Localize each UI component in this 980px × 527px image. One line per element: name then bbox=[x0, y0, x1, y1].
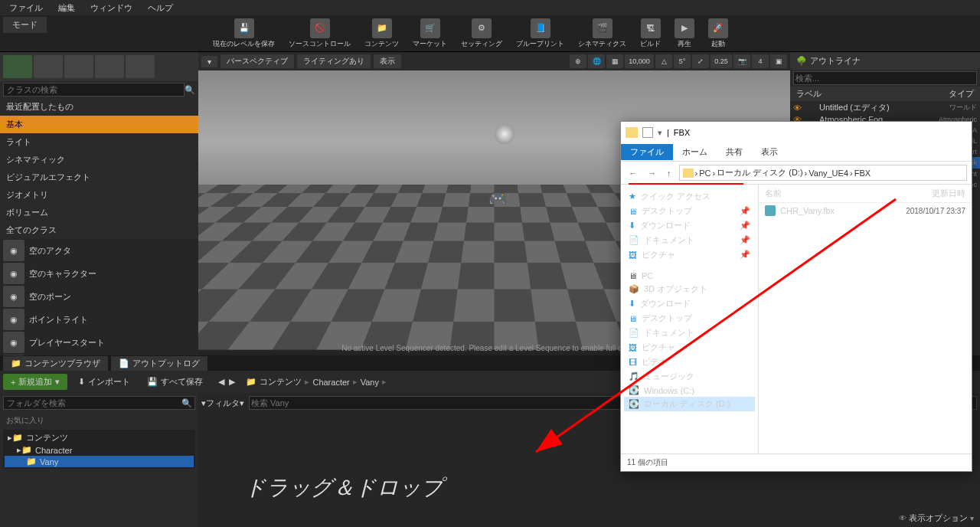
menu-window[interactable]: ウィンドウ bbox=[84, 1, 139, 15]
cat-vfx[interactable]: ビジュアルエフェクト bbox=[0, 169, 198, 186]
mode-panel-tab[interactable]: モード bbox=[3, 17, 47, 33]
ribbon-home[interactable]: ホーム bbox=[673, 144, 717, 160]
actor-item[interactable]: ◉空のキャラクター bbox=[0, 262, 198, 285]
camera-speed-icon[interactable]: 📷 bbox=[733, 54, 750, 68]
outliner-col-label[interactable]: ラベル bbox=[796, 88, 949, 100]
paint-mode-icon[interactable] bbox=[34, 55, 63, 78]
nav-pc[interactable]: 🖥PC bbox=[624, 270, 755, 282]
menu-file[interactable]: ファイル bbox=[3, 1, 49, 15]
camera-speed-value[interactable]: 4 bbox=[752, 54, 769, 68]
class-search-input[interactable] bbox=[3, 83, 185, 97]
checkbox-icon[interactable] bbox=[642, 127, 653, 138]
maximize-viewport-icon[interactable]: ▣ bbox=[770, 54, 787, 68]
scale-snap-icon[interactable]: ⤢ bbox=[692, 54, 709, 68]
nav-pictures[interactable]: 🖼ピクチャ📌 bbox=[624, 247, 755, 262]
nav-videos[interactable]: 🎞ビデオ bbox=[624, 355, 755, 369]
file-row[interactable]: CHR_Vany.fbx 2018/10/17 23:37 bbox=[759, 203, 972, 218]
angle-snap-icon[interactable]: △ bbox=[655, 54, 672, 68]
nav-up-icon[interactable]: ↑ bbox=[664, 169, 675, 178]
nav-c-drive[interactable]: 💽Windows (C:) bbox=[624, 384, 755, 397]
scale-snap-value[interactable]: 0.25 bbox=[710, 54, 732, 68]
ribbon-share[interactable]: 共有 bbox=[717, 144, 752, 160]
marketplace-button[interactable]: 🛒マーケット bbox=[407, 17, 453, 51]
nav-documents2[interactable]: 📄ドキュメント bbox=[624, 326, 755, 340]
actor-item[interactable]: ◉ポイントライト bbox=[0, 308, 198, 331]
viewport-menu-icon[interactable]: ▾ bbox=[201, 56, 217, 67]
save-level-button[interactable]: 💾現在のレベルを保存 bbox=[207, 17, 281, 51]
play-button[interactable]: ▶再生 bbox=[668, 17, 701, 51]
place-mode-icon[interactable] bbox=[3, 55, 32, 78]
import-button[interactable]: ⬇インポート bbox=[72, 374, 136, 390]
nav-back-icon[interactable]: ◀ bbox=[218, 377, 224, 387]
nav-d-drive[interactable]: 💽ローカル ディスク (D:) bbox=[624, 397, 755, 411]
nav-fwd-icon[interactable]: ▶ bbox=[229, 377, 235, 387]
folder-search-input[interactable] bbox=[3, 396, 195, 410]
actor-item[interactable]: ◉空のアクタ bbox=[0, 239, 198, 262]
menu-edit[interactable]: 編集 bbox=[52, 1, 81, 15]
nav-3d-objects[interactable]: 📦3D オブジェクト bbox=[624, 282, 755, 296]
outliner-col-type[interactable]: タイプ bbox=[949, 88, 974, 100]
nav-desktop[interactable]: 🖥デスクトップ📌 bbox=[624, 204, 755, 218]
tree-vany[interactable]: 📁Vany bbox=[5, 456, 194, 467]
player-start-actor[interactable]: 🎮 bbox=[488, 189, 508, 208]
nav-back-icon[interactable]: ← bbox=[626, 169, 640, 178]
cat-cinematic[interactable]: シネマティック bbox=[0, 151, 198, 169]
bc-vany[interactable]: Vany bbox=[361, 378, 379, 387]
coord-space-icon[interactable]: 🌐 bbox=[588, 54, 605, 68]
settings-button[interactable]: ⚙セッティング bbox=[455, 17, 508, 51]
surface-snap-icon[interactable]: ▦ bbox=[606, 54, 623, 68]
ribbon-file[interactable]: ファイル bbox=[621, 144, 673, 160]
nav-fwd-icon[interactable]: → bbox=[645, 169, 659, 178]
cinematics-button[interactable]: 🎬シネマティクス bbox=[572, 17, 632, 51]
tree-content[interactable]: ▸📁コンテンツ bbox=[5, 431, 194, 444]
nav-documents[interactable]: 📄ドキュメント📌 bbox=[624, 233, 755, 247]
blueprint-button[interactable]: 📘ブループリント bbox=[510, 17, 570, 51]
outliner-row[interactable]: 👁Untitled (エディタ)ワールド bbox=[790, 101, 980, 114]
show-button[interactable]: 表示 bbox=[374, 54, 401, 68]
cat-basic[interactable]: 基本 bbox=[0, 116, 198, 133]
lit-mode-button[interactable]: ライティングあり bbox=[297, 54, 371, 68]
filter-button[interactable]: ▾フィルタ▾ bbox=[201, 398, 244, 409]
view-options[interactable]: 👁 表示オプション ▾ bbox=[899, 512, 974, 524]
bc-content[interactable]: コンテンツ bbox=[260, 376, 302, 388]
nav-quick-access[interactable]: ★クイック アクセス bbox=[624, 189, 755, 204]
cat-all[interactable]: 全てのクラス bbox=[0, 221, 198, 239]
outliner-search-input[interactable] bbox=[793, 71, 977, 85]
address-path[interactable]: ›PC ›ローカル ディスク (D:) ›Vany_UE4 ›FBX bbox=[679, 165, 968, 181]
nav-music[interactable]: 🎵ミュージック bbox=[624, 369, 755, 384]
cat-volume[interactable]: ボリューム bbox=[0, 204, 198, 221]
cat-geometry[interactable]: ジオメトリ bbox=[0, 186, 198, 204]
favorites-label[interactable]: お気に入り bbox=[0, 413, 198, 428]
tree-character[interactable]: ▸📁Character bbox=[5, 444, 194, 456]
col-date[interactable]: 更新日時 bbox=[932, 188, 965, 199]
file-explorer-window[interactable]: ▾ | FBX ファイル ホーム 共有 表示 ← → ↑ ›PC ›ローカル デ… bbox=[620, 121, 972, 472]
cat-light[interactable]: ライト bbox=[0, 133, 198, 151]
nav-downloads2[interactable]: ⬇ダウンロード bbox=[624, 296, 755, 311]
source-control-button[interactable]: 🚫ソースコントロール bbox=[283, 17, 357, 51]
output-log-tab[interactable]: 📄アウトプットログ bbox=[111, 356, 207, 371]
actor-item[interactable]: ◉空のポーン bbox=[0, 285, 198, 308]
launch-button[interactable]: 🚀起動 bbox=[702, 17, 734, 51]
angle-snap-value[interactable]: 5° bbox=[674, 54, 691, 68]
nav-desktop2[interactable]: 🖥デスクトップ bbox=[624, 311, 755, 326]
cat-recent[interactable]: 最近配置したもの bbox=[0, 98, 198, 116]
nav-pictures2[interactable]: 🖼ピクチャ bbox=[624, 340, 755, 355]
landscape-mode-icon[interactable] bbox=[64, 55, 93, 78]
content-button[interactable]: 📁コンテンツ bbox=[358, 17, 405, 51]
add-new-button[interactable]: +新規追加▾ bbox=[3, 374, 67, 390]
explorer-titlebar[interactable]: ▾ | FBX bbox=[621, 122, 972, 143]
save-all-button[interactable]: 💾すべて保存 bbox=[141, 374, 209, 390]
col-name[interactable]: 名前 bbox=[765, 188, 932, 199]
ribbon-view[interactable]: 表示 bbox=[752, 144, 787, 160]
nav-downloads[interactable]: ⬇ダウンロード📌 bbox=[624, 218, 755, 233]
menu-help[interactable]: ヘルプ bbox=[142, 1, 179, 15]
foliage-mode-icon[interactable] bbox=[95, 55, 124, 78]
build-button[interactable]: 🏗ビルド bbox=[634, 17, 667, 51]
transform-gizmo-icon[interactable]: ⊕ bbox=[570, 54, 586, 68]
grid-snap-value[interactable]: 10,000 bbox=[625, 54, 654, 68]
geometry-mode-icon[interactable] bbox=[126, 55, 155, 78]
chevron-down-icon[interactable]: ▾ bbox=[658, 128, 662, 138]
perspective-button[interactable]: パースペクティブ bbox=[220, 54, 294, 68]
bc-character[interactable]: Character bbox=[312, 378, 349, 387]
content-browser-tab[interactable]: 📁コンテンツブラウザ bbox=[3, 356, 108, 371]
